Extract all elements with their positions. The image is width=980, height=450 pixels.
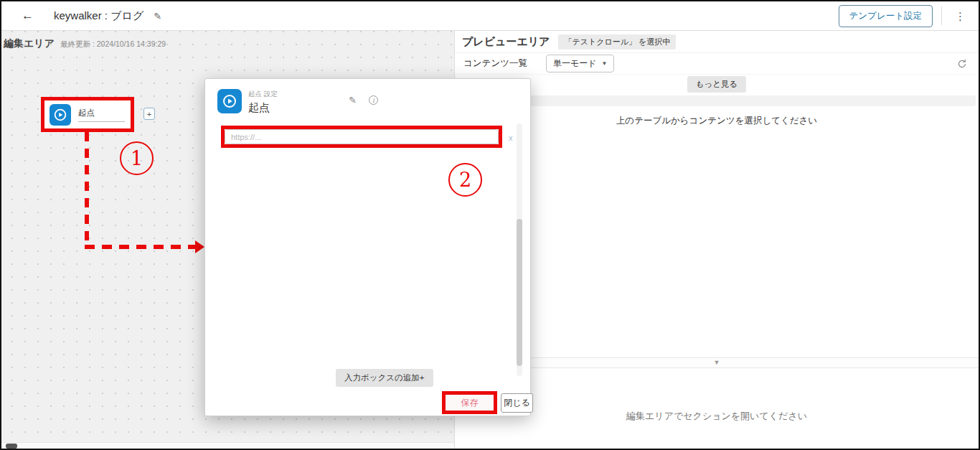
add-input-box-button[interactable]: 入力ボックスの追加+: [336, 369, 433, 387]
chevron-down-icon: ▼: [602, 60, 608, 67]
title-edit-pencil-icon[interactable]: ✎: [154, 11, 161, 22]
top-bar-divider: [941, 6, 942, 25]
add-node-button[interactable]: +: [143, 108, 155, 120]
refresh-icon[interactable]: [956, 57, 969, 70]
preview-header-row: プレビューエリア 「テストクロール」 を選択中: [455, 31, 979, 53]
canvas-horizontal-scrollbar[interactable]: [1, 442, 454, 449]
top-bar: ← keywalker : ブログ ✎ テンプレート設定 ⋮: [1, 1, 979, 31]
last-updated-label: 最終更新 : 2024/10/16 14:39:29: [60, 39, 166, 50]
page-title: keywalker : ブログ: [54, 9, 143, 23]
modal-scrollbar-thumb[interactable]: [517, 219, 522, 366]
close-button[interactable]: 閉じる: [501, 393, 533, 413]
more-button[interactable]: もっと見る: [687, 76, 747, 93]
remove-input-button[interactable]: x: [506, 132, 516, 144]
play-circle-icon: [217, 89, 242, 113]
modal-title: 起点: [248, 101, 278, 115]
modal-subtitle: 起点 設定: [248, 90, 278, 99]
back-arrow-icon[interactable]: ←: [22, 9, 34, 23]
start-node-settings-modal: 起点 設定 起点 ✎ i x 2 入力ボックスの追加+ 保存 閉じる: [204, 78, 531, 416]
empty-section-message: 編集エリアでセクションを開いてください: [455, 410, 979, 423]
edit-pencil-icon[interactable]: ✎: [349, 95, 357, 106]
info-icon[interactable]: i: [369, 95, 378, 105]
annotation-arrow-head: [195, 240, 204, 253]
section-collapse-toggle[interactable]: ▼: [455, 357, 979, 368]
canvas-scrollbar-thumb[interactable]: [6, 444, 17, 449]
top-bar-actions: テンプレート設定 ⋮: [839, 5, 970, 27]
preview-area-panel: プレビューエリア 「テストクロール」 を選択中 コンテンツ一覧 単一モード ▼ …: [454, 31, 979, 449]
mode-dropdown[interactable]: 単一モード ▼: [546, 55, 614, 72]
content-list-label: コンテンツ一覧: [463, 57, 527, 70]
app-window: ← keywalker : ブログ ✎ テンプレート設定 ⋮ 編集エリア 最終更…: [0, 0, 980, 450]
play-circle-icon: [50, 104, 71, 126]
content-table-header: [458, 95, 976, 106]
annotation-arrow-vertical: [85, 132, 89, 247]
annotation-arrow-horizontal: [85, 245, 198, 249]
annotation-circle-2: 2: [448, 163, 482, 197]
selection-badge: 「テストクロール」 を選択中: [558, 34, 676, 50]
more-row: もっと見る: [455, 75, 979, 94]
mode-dropdown-value: 単一モード: [553, 57, 597, 70]
annotation-box-save: 保存: [442, 391, 497, 414]
edit-area-header: 編集エリア 最終更新 : 2024/10/16 14:39:29: [4, 37, 166, 50]
edit-area-title: 編集エリア: [4, 37, 55, 50]
node-label-wrap: 起点: [78, 108, 125, 122]
content-list-toolbar: コンテンツ一覧 単一モード ▼: [455, 53, 979, 75]
modal-titles: 起点 設定 起点: [248, 89, 278, 115]
triangle-down-icon: ▼: [714, 360, 720, 366]
url-input[interactable]: [225, 129, 499, 144]
modal-header: 起点 設定 起点: [217, 89, 278, 115]
node-label[interactable]: 起点: [78, 108, 125, 122]
preview-area-title: プレビューエリア: [462, 35, 550, 49]
empty-table-message: 上のテーブルからコンテンツを選択してください: [455, 115, 979, 127]
annotation-box-1: 起点: [41, 97, 134, 132]
annotation-box-2: [221, 126, 502, 148]
annotation-circle-1: 1: [120, 141, 154, 175]
kebab-menu-icon[interactable]: ⋮: [951, 8, 970, 24]
start-node[interactable]: 起点: [44, 100, 131, 128]
save-button[interactable]: 保存: [461, 397, 479, 409]
template-settings-button[interactable]: テンプレート設定: [839, 5, 933, 27]
